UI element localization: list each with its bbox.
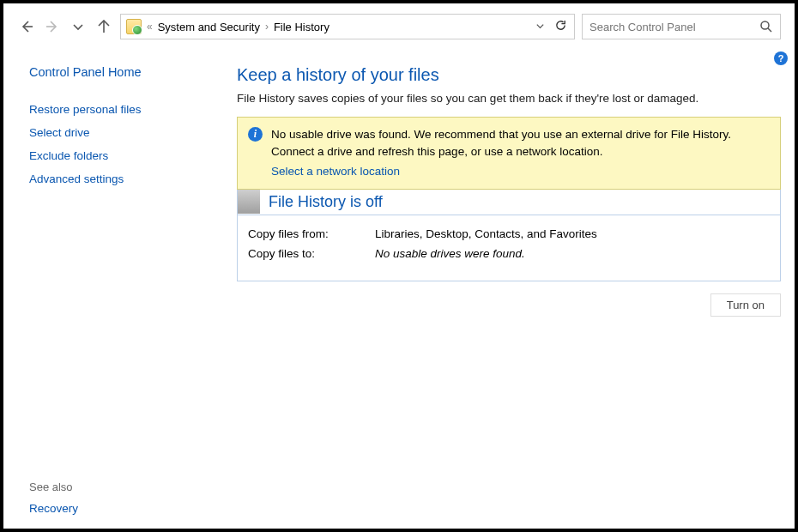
page-title: Keep a history of your files: [237, 65, 781, 85]
search-box[interactable]: [582, 14, 781, 39]
select-network-location-link[interactable]: Select a network location: [271, 163, 731, 180]
breadcrumb-part[interactable]: System and Security: [158, 21, 260, 33]
breadcrumb-overflow-icon[interactable]: «: [147, 21, 153, 33]
svg-point-0: [761, 21, 769, 29]
control-panel-folder-icon: [126, 19, 142, 34]
info-icon: i: [248, 127, 263, 142]
help-button[interactable]: ?: [774, 51, 788, 65]
status-color-swatch: [238, 190, 260, 214]
arrow-right-icon: [45, 20, 59, 33]
status-title: File History is off: [269, 190, 383, 215]
info-alert: i No usable drive was found. We recommen…: [237, 117, 781, 190]
refresh-button[interactable]: [552, 19, 569, 34]
search-icon: [759, 20, 773, 33]
sidebar-link-advanced[interactable]: Advanced settings: [29, 172, 208, 185]
breadcrumb-part[interactable]: File History: [274, 21, 329, 33]
refresh-icon: [554, 19, 567, 32]
copy-from-label: Copy files from:: [248, 227, 375, 240]
sidebar-link-select-drive[interactable]: Select drive: [29, 126, 208, 139]
see-also-heading: See also: [29, 481, 208, 493]
arrow-left-icon: [20, 20, 33, 33]
nav-up-button[interactable]: [94, 17, 113, 36]
copy-to-value: No usable drives were found.: [375, 247, 525, 260]
main-content: Keep a history of your files File Histor…: [208, 46, 795, 529]
chevron-right-icon: ›: [265, 21, 269, 33]
sidebar-link-restore[interactable]: Restore personal files: [29, 103, 208, 116]
arrow-up-icon: [97, 20, 111, 33]
sidebar: Control Panel Home Restore personal file…: [3, 46, 208, 529]
toolbar: « System and Security › File History: [3, 3, 795, 46]
chevron-down-icon: [71, 20, 85, 33]
address-history-dropdown[interactable]: [533, 21, 547, 33]
nav-forward-button[interactable]: [43, 17, 62, 36]
status-panel: File History is off Copy files from: Lib…: [237, 190, 781, 281]
control-panel-home-link[interactable]: Control Panel Home: [29, 65, 208, 79]
copy-from-value: Libraries, Desktop, Contacts, and Favori…: [375, 227, 597, 240]
alert-line: No usable drive was found. We recommend …: [271, 128, 731, 141]
see-also-recovery-link[interactable]: Recovery: [29, 502, 208, 515]
page-subtitle: File History saves copies of your files …: [237, 92, 781, 105]
search-input[interactable]: [589, 21, 759, 33]
alert-line: Connect a drive and refresh this page, o…: [271, 145, 602, 158]
nav-back-button[interactable]: [17, 17, 36, 36]
nav-recent-dropdown[interactable]: [69, 17, 88, 36]
address-bar[interactable]: « System and Security › File History: [120, 14, 575, 39]
copy-to-label: Copy files to:: [248, 247, 375, 260]
chevron-down-icon: [535, 21, 545, 31]
turn-on-button[interactable]: Turn on: [710, 293, 781, 317]
sidebar-link-exclude-folders[interactable]: Exclude folders: [29, 149, 208, 162]
